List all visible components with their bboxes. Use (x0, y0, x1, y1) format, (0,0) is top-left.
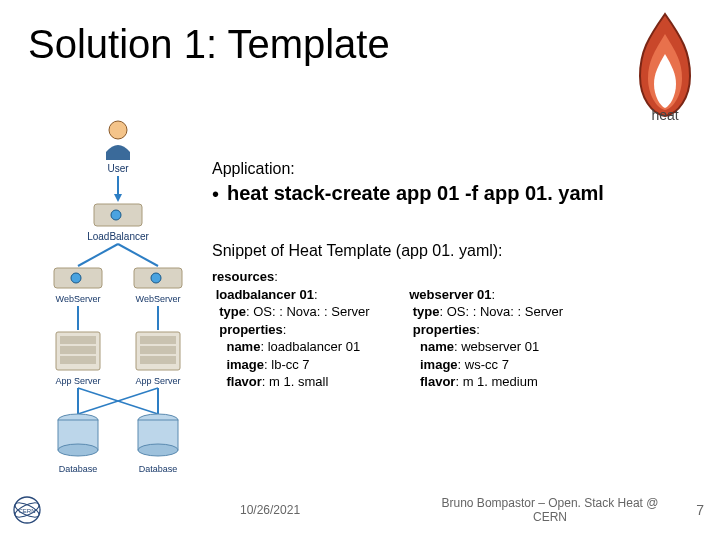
bullet-icon: • (212, 182, 219, 206)
app-label-1: App Server (55, 376, 100, 386)
lb-label: LoadBalancer (87, 231, 149, 242)
command-row: • heat stack-create app 01 -f app 01. ya… (212, 182, 696, 206)
svg-point-1 (109, 121, 127, 139)
cern-logo: CERN (12, 495, 42, 525)
svg-point-9 (71, 273, 81, 283)
svg-rect-19 (140, 336, 176, 344)
load-balancer-icon (94, 204, 142, 226)
yaml-right-column: webserver 01: type: OS: : Nova: : Server… (406, 268, 564, 391)
ws-label-1: WebServer (56, 294, 101, 304)
user-label: User (107, 163, 129, 174)
command-text: heat stack-create app 01 -f app 01. yaml (227, 182, 604, 205)
yaml-left-column: resources: loadbalancer 01: type: OS: : … (212, 268, 370, 391)
db-label-1: Database (59, 464, 98, 474)
heat-logo: heat (626, 8, 704, 120)
svg-line-6 (78, 244, 118, 266)
app-label-2: App Server (135, 376, 180, 386)
yaml-snippet: resources: loadbalancer 01: type: OS: : … (212, 268, 696, 391)
footer: CERN 10/26/2021 Bruno Bompastor – Open. … (0, 490, 720, 530)
svg-line-7 (118, 244, 158, 266)
svg-point-11 (151, 273, 161, 283)
app-server-icon (56, 332, 180, 370)
architecture-diagram: User LoadBalancer WebServer WebServer (28, 116, 208, 498)
svg-text:heat: heat (651, 107, 678, 120)
webserver-icon (54, 268, 182, 288)
svg-rect-15 (60, 336, 96, 344)
user-icon (106, 121, 130, 160)
svg-rect-21 (140, 356, 176, 364)
svg-point-28 (58, 444, 98, 456)
svg-rect-20 (140, 346, 176, 354)
svg-rect-17 (60, 356, 96, 364)
svg-text:CERN: CERN (18, 508, 35, 514)
svg-point-5 (111, 210, 121, 220)
footer-date: 10/26/2021 (240, 503, 300, 517)
footer-attribution: Bruno Bompastor – Open. Stack Heat @ CER… (440, 496, 660, 525)
svg-marker-3 (114, 194, 122, 202)
svg-rect-16 (60, 346, 96, 354)
page-title: Solution 1: Template (28, 22, 390, 67)
page-number: 7 (696, 502, 704, 518)
slide: Solution 1: Template heat User LoadBalan… (0, 0, 720, 540)
svg-point-31 (138, 444, 178, 456)
database-icon (58, 414, 178, 456)
content-area: Application: • heat stack-create app 01 … (212, 160, 696, 391)
db-label-2: Database (139, 464, 178, 474)
application-label: Application: (212, 160, 696, 178)
snippet-label: Snippet of Heat Template (app 01. yaml): (212, 242, 696, 260)
ws-label-2: WebServer (136, 294, 181, 304)
